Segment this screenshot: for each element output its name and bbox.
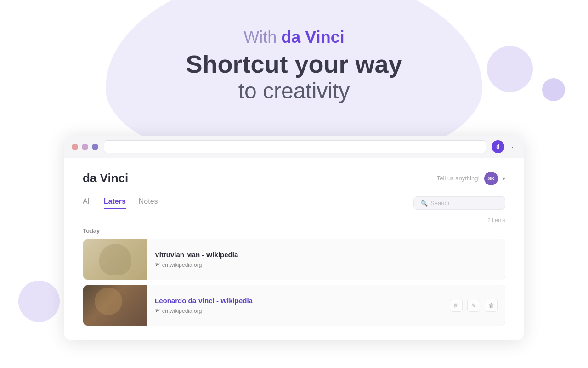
tabs-bar: All Laters Notes 🔍 Search [83, 196, 505, 210]
hero-shortcut-line: Shortcut your way [0, 51, 588, 78]
browser-toolbar: d ⋮ [64, 136, 524, 158]
hero-section: With da Vinci Shortcut your way to creat… [0, 28, 588, 104]
card-source-vitruvian: W en.wikipedia.org [155, 261, 498, 268]
browser-dots [72, 144, 98, 150]
browser-user-avatar: d [492, 140, 504, 153]
section-today: Today [83, 227, 505, 234]
hero-with-text: With [243, 28, 281, 46]
browser-window: d ⋮ da Vinci Tell us anything! SK ▾ All … [64, 136, 524, 340]
card-title-leonardo[interactable]: Leonardo da Vinci - Wikipedia [155, 297, 442, 305]
card-body-vitruvian: Vitruvian Man - Wikipedia W en.wikipedia… [147, 244, 505, 275]
hero-brand-name: da Vinci [281, 28, 344, 46]
tab-notes[interactable]: Notes [139, 197, 158, 209]
tab-laters[interactable]: Laters [104, 197, 126, 209]
card-leonardo: Leonardo da Vinci - Wikipedia W en.wikip… [83, 285, 505, 326]
browser-menu-icon[interactable]: ⋮ [508, 142, 516, 152]
search-placeholder: Search [430, 200, 449, 207]
tabs-left: All Laters Notes [83, 197, 158, 209]
dot-yellow [82, 144, 88, 150]
hero-with-line: With da Vinci [0, 28, 588, 47]
app-header-right: Tell us anything! SK ▾ [437, 172, 505, 185]
delete-button[interactable]: 🗑 [485, 299, 498, 312]
thumbnail-leonardo [83, 285, 147, 326]
edit-button[interactable]: ✎ [467, 299, 480, 312]
dot-green [92, 144, 98, 150]
hero-creativity-line: to creativity [0, 78, 588, 104]
tell-us-text: Tell us anything! [437, 175, 480, 182]
tab-all[interactable]: All [83, 197, 91, 209]
search-box[interactable]: 🔍 Search [413, 196, 505, 210]
user-avatar[interactable]: SK [484, 172, 498, 185]
chevron-down-icon[interactable]: ▾ [503, 175, 505, 182]
address-bar[interactable] [104, 140, 486, 153]
thumbnail-vitruvian [83, 239, 147, 280]
app-header: da Vinci Tell us anything! SK ▾ [83, 171, 505, 185]
card-source-leonardo: W en.wikipedia.org [155, 307, 442, 314]
wikipedia-icon: W [155, 261, 160, 268]
search-icon: 🔍 [420, 200, 428, 207]
card-body-leonardo: Leonardo da Vinci - Wikipedia W en.wikip… [147, 290, 450, 321]
app-content: da Vinci Tell us anything! SK ▾ All Late… [64, 158, 524, 340]
card-domain-leonardo: en.wikipedia.org [162, 308, 202, 314]
background-blob-bottom-left [18, 281, 60, 322]
browser-actions: d ⋮ [492, 140, 516, 153]
dot-red [72, 144, 78, 150]
card-vitruvian: Vitruvian Man - Wikipedia W en.wikipedia… [83, 239, 505, 280]
app-title: da Vinci [83, 171, 128, 185]
copy-button[interactable]: ⎘ [450, 299, 463, 312]
card-actions-leonardo: ⎘ ✎ 🗑 [450, 299, 505, 312]
item-count: 2 items [83, 217, 505, 224]
card-domain-vitruvian: en.wikipedia.org [162, 262, 202, 268]
wikipedia-icon-2: W [155, 307, 160, 314]
card-title-vitruvian: Vitruvian Man - Wikipedia [155, 251, 498, 259]
